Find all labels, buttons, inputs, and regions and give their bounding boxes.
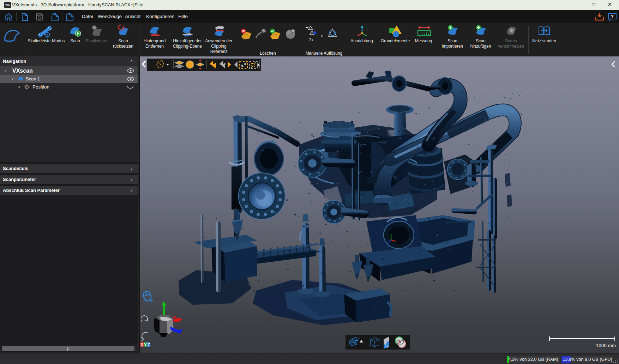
- svg-text:1000 mm: 1000 mm: [596, 343, 616, 348]
- svg-text:?: ?: [611, 14, 614, 19]
